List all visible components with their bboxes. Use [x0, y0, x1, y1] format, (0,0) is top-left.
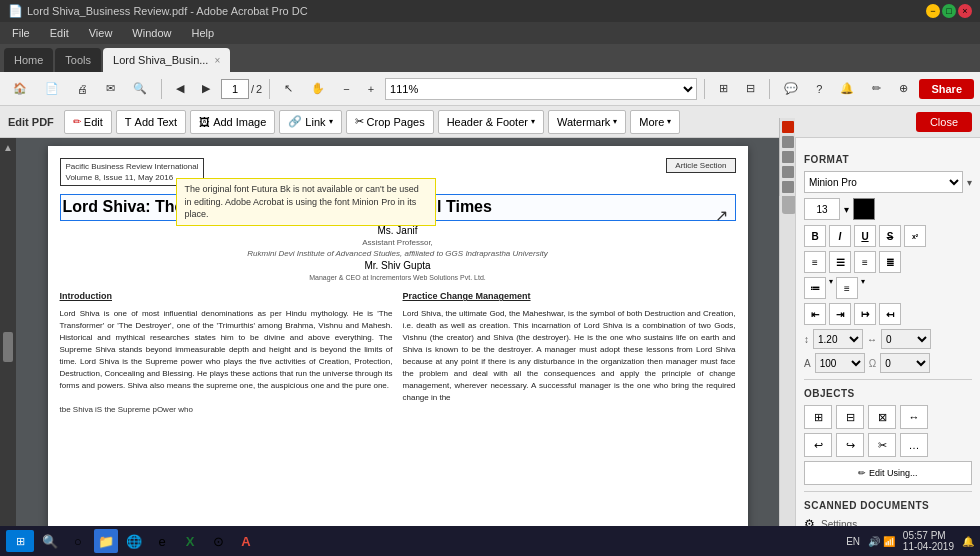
close-edit-button[interactable]: Close [916, 112, 972, 132]
objects-row2: ↩ ↪ ✂ … [804, 433, 972, 457]
taskbar-excel[interactable]: X [178, 529, 202, 553]
taskbar-files[interactable]: 📁 [94, 529, 118, 553]
list-dropdown[interactable]: ▾ [829, 277, 833, 299]
watermark-button[interactable]: Watermark ▾ [548, 110, 626, 134]
stamp-button[interactable]: ⊕ [892, 76, 915, 102]
extra-select[interactable]: 0 [880, 353, 930, 373]
line-spacing-select[interactable]: 1.20 [813, 329, 863, 349]
comment-button[interactable]: 💬 [777, 76, 805, 102]
crop-button[interactable]: ✂ Crop Pages [346, 110, 434, 134]
menu-edit[interactable]: Edit [46, 25, 73, 41]
flip-button[interactable]: ↔ [900, 405, 928, 429]
menu-help[interactable]: Help [187, 25, 218, 41]
strikethrough-button[interactable]: S [879, 225, 901, 247]
vertical-scrollbar[interactable]: ▲ [779, 138, 795, 556]
align-obj-button[interactable]: ⊟ [836, 405, 864, 429]
italic-button[interactable]: I [829, 225, 851, 247]
edit-button[interactable]: ✏ Edit [64, 110, 112, 134]
indent-right-button[interactable]: ⇥ [829, 303, 851, 325]
char-size-row: A 100 Ω 0 [804, 353, 972, 373]
email-button[interactable]: ✉ [99, 76, 122, 102]
maximize-button[interactable]: □ [942, 4, 956, 18]
tab-tools[interactable]: Tools [55, 48, 101, 72]
taskbar-search[interactable]: 🔍 [38, 529, 62, 553]
font-family-select[interactable]: Minion Pro [804, 171, 963, 193]
header-footer-button[interactable]: Header & Footer ▾ [438, 110, 544, 134]
practice-text: Lord Shiva, the ultimate God, the Mahesh… [403, 308, 736, 404]
link-button[interactable]: 🔗 Link ▾ [279, 110, 341, 134]
pan-button[interactable]: ⊟ [739, 76, 762, 102]
taskbar-chrome[interactable]: ⊙ [206, 529, 230, 553]
home-button[interactable]: 🏠 [6, 76, 34, 102]
char-size-select[interactable]: 100 [815, 353, 865, 373]
zoom-out-button[interactable]: − [336, 76, 356, 102]
tab-home[interactable]: Home [4, 48, 53, 72]
taskbar-ie[interactable]: e [150, 529, 174, 553]
unordered-list-button[interactable]: ≔ [804, 277, 826, 299]
journal-name: Pacific Business Review International [66, 161, 199, 172]
next-page-button[interactable]: ▶ [195, 76, 217, 102]
size-dropdown[interactable]: ▾ [844, 204, 849, 215]
share-button[interactable]: Share [919, 79, 974, 99]
menu-window[interactable]: Window [128, 25, 175, 41]
page-number-input[interactable] [221, 79, 249, 99]
arrange-button[interactable]: ⊞ [804, 405, 832, 429]
search-button[interactable]: 🔍 [126, 76, 154, 102]
align-center-button[interactable]: ☰ [829, 251, 851, 273]
redo-button[interactable]: ↪ [836, 433, 864, 457]
taskbar-edge[interactable]: 🌐 [122, 529, 146, 553]
indent-more-button[interactable]: ↦ [854, 303, 876, 325]
font-warning-box: The original font Futura Bk is not avail… [176, 178, 436, 226]
notification-button[interactable]: 🔔 [833, 76, 861, 102]
zoom-select[interactable]: 111% [385, 78, 697, 100]
add-image-button[interactable]: 🖼 Add Image [190, 110, 275, 134]
sign-button[interactable]: ✏ [865, 76, 888, 102]
align-justify-button[interactable]: ≣ [879, 251, 901, 273]
start-button[interactable]: ⊞ [6, 530, 34, 552]
scroll-up-arrow[interactable]: ▲ [2, 142, 14, 154]
separator1 [161, 79, 162, 99]
undo-button[interactable]: ↩ [804, 433, 832, 457]
align-left-button[interactable]: ≡ [804, 251, 826, 273]
hand-tool[interactable]: ✋ [304, 76, 332, 102]
taskbar-cortana[interactable]: ○ [66, 529, 90, 553]
edit-using-button[interactable]: ✏ Edit Using... [804, 461, 972, 485]
left-scrollbar[interactable]: ▲ ▼ [0, 138, 16, 556]
underline-button[interactable]: U [854, 225, 876, 247]
char-spacing-select[interactable]: 0 [881, 329, 931, 349]
create-button[interactable]: 📄 [38, 76, 66, 102]
ordered-list-button[interactable]: ≡ [836, 277, 858, 299]
crop-obj-button[interactable]: ✂ [868, 433, 896, 457]
taskbar-acrobat[interactable]: A [234, 529, 258, 553]
menu-file[interactable]: File [8, 25, 34, 41]
color-swatch[interactable] [853, 198, 875, 220]
practice-header: Practice Change Management [403, 290, 736, 304]
indent-left-button[interactable]: ⇤ [804, 303, 826, 325]
zoom-in-button[interactable]: + [361, 76, 381, 102]
format-section-title: FORMAT [804, 154, 972, 165]
taskbar-notification-icon[interactable]: 🔔 [962, 536, 974, 547]
help-button[interactable]: ? [809, 76, 829, 102]
superscript-button[interactable]: x² [904, 225, 926, 247]
print-button[interactable]: 🖨 [70, 76, 95, 102]
minimize-button[interactable]: − [926, 4, 940, 18]
more-button[interactable]: More ▾ [630, 110, 680, 134]
tab-document[interactable]: Lord Shiva_Busin... × [103, 48, 230, 72]
fit-page-button[interactable]: ⊞ [712, 76, 735, 102]
main-toolbar: 🏠 📄 🖨 ✉ 🔍 ◀ ▶ / 2 ↖ ✋ − + 111% ⊞ ⊟ 💬 ? 🔔… [0, 72, 980, 106]
ordered-dropdown[interactable]: ▾ [861, 277, 865, 299]
more-obj-button[interactable]: … [900, 433, 928, 457]
pdf-col-right: Practice Change Management Lord Shiva, t… [403, 290, 736, 416]
prev-page-button[interactable]: ◀ [169, 76, 191, 102]
add-text-button[interactable]: T Add Text [116, 110, 186, 134]
distribute-button[interactable]: ⊠ [868, 405, 896, 429]
close-window-button[interactable]: × [958, 4, 972, 18]
bold-button[interactable]: B [804, 225, 826, 247]
cursor-tool[interactable]: ↖ [277, 76, 300, 102]
menu-bar: File Edit View Window Help [0, 22, 980, 44]
menu-view[interactable]: View [85, 25, 117, 41]
font-size-input[interactable] [804, 198, 840, 220]
align-right-button[interactable]: ≡ [854, 251, 876, 273]
indent-less-button[interactable]: ↤ [879, 303, 901, 325]
tab-close-icon[interactable]: × [214, 55, 220, 66]
